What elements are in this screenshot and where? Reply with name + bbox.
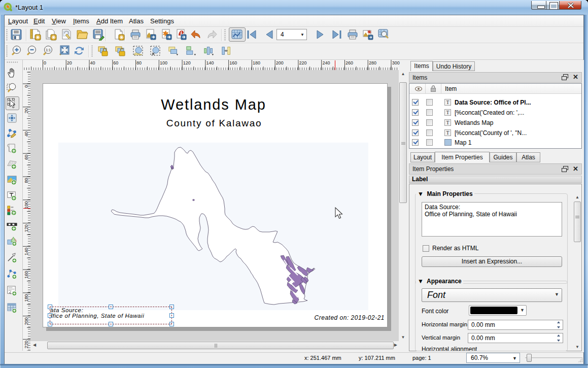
svg-text:20: 20 xyxy=(24,108,29,113)
svg-text:140: 140 xyxy=(24,248,29,255)
svg-text:1:1: 1:1 xyxy=(46,48,51,52)
svg-text:200: 200 xyxy=(24,317,29,325)
svg-text:100: 100 xyxy=(24,201,29,209)
svg-text:0: 0 xyxy=(24,85,29,88)
svg-text:80: 80 xyxy=(24,178,29,183)
svg-text:40: 40 xyxy=(24,131,29,137)
svg-text:180: 180 xyxy=(24,294,29,302)
svg-text:60: 60 xyxy=(24,155,29,160)
svg-text:220: 220 xyxy=(24,341,29,348)
svg-text:120: 120 xyxy=(24,224,29,232)
svg-text:160: 160 xyxy=(24,271,29,279)
